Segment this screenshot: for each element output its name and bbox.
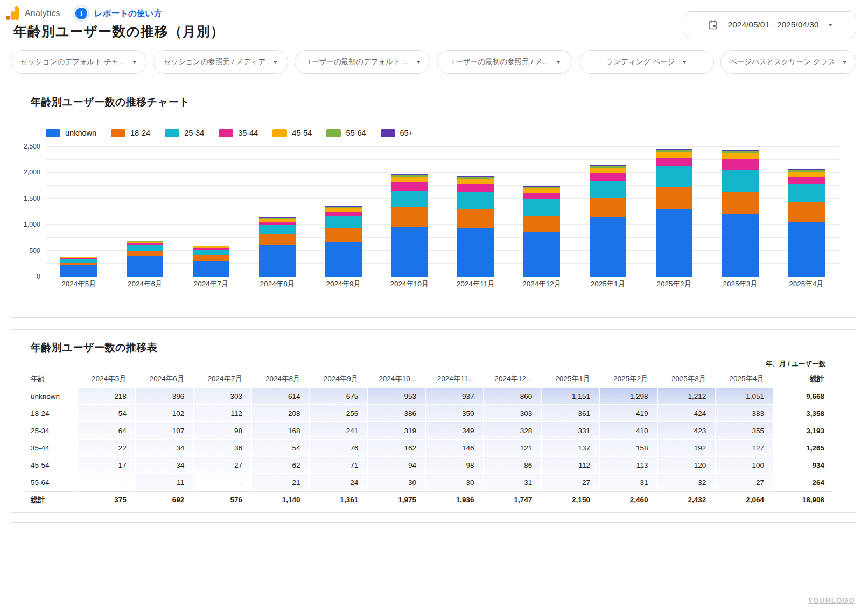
legend-item-25-34: 25-34 [165, 129, 204, 137]
total-cell: 1,936 [426, 491, 483, 508]
chevron-down-icon [828, 24, 832, 26]
legend-item-18-24: 18-24 [111, 129, 150, 137]
column-header: 2024年10... [368, 371, 425, 387]
bar-segment [193, 250, 229, 255]
bar-column [193, 246, 229, 277]
table-cell: 34 [136, 457, 193, 473]
table-cell: 102 [136, 405, 193, 421]
filter-chip-label: ランディング ページ [606, 57, 675, 67]
table-cell: 218 [78, 388, 135, 404]
x-axis-label: 2025年3月 [711, 279, 770, 289]
bar-segment [127, 251, 163, 256]
bar-segment [722, 214, 759, 277]
filter-chip-6[interactable]: ページパスとスクリーン クラス [720, 50, 856, 74]
x-axis-label: 2024年5月 [49, 279, 108, 289]
table-cell: 208 [252, 405, 309, 421]
table-cell: 27 [716, 474, 773, 490]
x-axis-label: 2024年12月 [512, 279, 571, 289]
bar-segment [391, 182, 428, 191]
legend-label: 45-54 [292, 129, 312, 137]
table-cell: 331 [542, 422, 599, 439]
x-axis-label: 2024年8月 [248, 279, 307, 289]
date-range-picker[interactable]: 2024/05/01 - 2025/04/30 [684, 11, 856, 38]
total-cell: 2,064 [716, 491, 773, 508]
filter-chip-4[interactable]: ユーザーの最初の参照元 / メ... [437, 50, 572, 74]
table-cell: 21 [252, 474, 309, 490]
bar-segment [788, 202, 825, 222]
column-header: 年齢 [25, 371, 77, 387]
bar-segment [457, 228, 494, 277]
filter-chip-1[interactable]: セッションのデフォルト チャ... [11, 50, 146, 74]
y-axis-label: 0 [37, 273, 40, 280]
info-icon[interactable]: i [73, 5, 89, 22]
table-cell: 349 [426, 422, 483, 439]
table-wrap: 年齢2024年5月2024年6月2024年7月2024年8月2024年9月202… [24, 370, 833, 509]
chevron-down-icon [416, 61, 421, 64]
table-cell: 31 [600, 474, 657, 490]
column-header: 2025年4月 [716, 371, 773, 387]
filter-chip-label: セッションのデフォルト チャ... [20, 57, 125, 67]
analytics-brand: Analytics [5, 6, 60, 20]
table-cell: 11 [136, 474, 193, 490]
filter-chip-5[interactable]: ランディング ページ [579, 50, 715, 74]
table-cell: 36 [194, 440, 251, 456]
legend-swatch [326, 129, 341, 137]
total-cell: 2,432 [658, 491, 715, 508]
filter-chip-3[interactable]: ユーザーの最初のデフォルト ... [295, 50, 430, 74]
bar-segment [523, 188, 560, 193]
table-cell: 120 [658, 457, 715, 473]
table-cell: 1,051 [716, 388, 773, 404]
bar-segment [457, 192, 494, 210]
table-cell: 112 [194, 405, 251, 421]
watermark: YOURLOGO [808, 596, 855, 604]
filter-chip-label: セッションの参照元 / メディア [164, 57, 266, 67]
legend-swatch [165, 129, 179, 137]
column-header: 2024年6月 [136, 371, 193, 387]
row-label: 25-34 [25, 422, 77, 439]
table-cell: 54 [252, 440, 309, 456]
table-cell: 410 [600, 422, 657, 439]
table-cell: 54 [78, 405, 135, 421]
bar-segment [656, 209, 692, 277]
filter-chip-2[interactable]: セッションの参照元 / メディア [153, 50, 289, 74]
bar-segment [259, 245, 296, 277]
chart-plot-area: 05001,0001,5002,0002,500 [46, 146, 839, 277]
y-axis-label: 1,000 [24, 221, 40, 228]
table-cell: 94 [368, 457, 425, 473]
legend-label: 35-44 [238, 129, 258, 137]
legend-swatch [111, 129, 125, 137]
bar-segment [788, 172, 825, 177]
table-row: 55-64-11-212430303127313227264 [25, 474, 832, 490]
table-cell: 303 [194, 388, 251, 404]
table-cell: 675 [310, 388, 367, 404]
filter-chip-label: ページパスとスクリーン クラス [730, 57, 836, 67]
table-cell: 34 [136, 440, 193, 456]
table-cell: 113 [600, 457, 657, 473]
table-cell: 62 [252, 457, 309, 473]
bar-segment [325, 212, 362, 215]
chevron-down-icon [843, 61, 847, 64]
bar-segment [325, 208, 362, 212]
table-cell: 107 [136, 422, 193, 439]
bar-segment [590, 217, 626, 277]
total-cell: 1,140 [252, 491, 309, 508]
legend-item-35-44: 35-44 [219, 129, 258, 137]
table-cell: 383 [716, 405, 773, 421]
help-link[interactable]: レポートの使い方 [94, 8, 162, 19]
column-header: 2025年1月 [542, 371, 599, 387]
table-cell: 256 [310, 405, 367, 421]
bar-column [523, 186, 560, 277]
legend-label: 18-24 [130, 129, 150, 137]
bar-segment [325, 242, 362, 277]
bar-segment [788, 222, 825, 277]
chart-legend: unknown18-2425-3435-4445-5455-6465+ [46, 129, 413, 137]
x-axis-label: 2024年6月 [115, 279, 174, 289]
x-axis-label: 2024年7月 [181, 279, 241, 289]
chevron-down-icon [682, 61, 687, 64]
total-cell: 2,150 [542, 491, 599, 508]
bar-column [127, 241, 163, 277]
help-area: i レポートの使い方 [73, 5, 162, 22]
table-cell: 241 [310, 422, 367, 439]
row-total: 9,668 [774, 388, 832, 404]
table-cell: 76 [310, 440, 367, 456]
